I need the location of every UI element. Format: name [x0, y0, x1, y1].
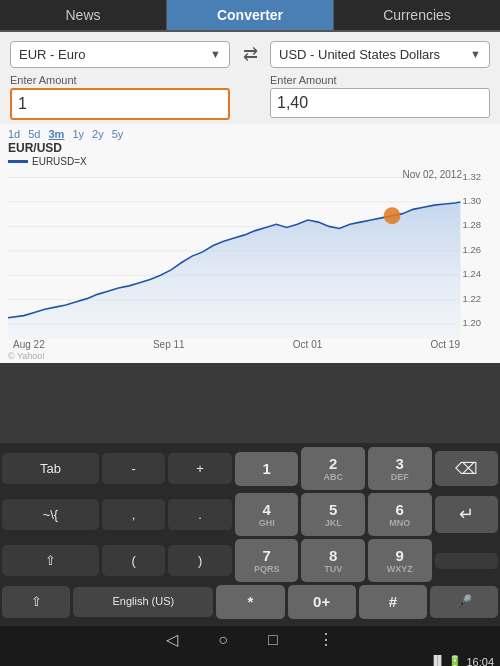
to-currency-label: USD - United States Dollars [279, 47, 440, 62]
amount-row: Enter Amount Enter Amount [10, 74, 490, 120]
tf-5d[interactable]: 5d [28, 128, 40, 140]
x-label-2: Sep 11 [153, 339, 185, 350]
back-button[interactable]: ◁ [166, 630, 178, 649]
key-7[interactable]: 7PQRS [235, 539, 299, 582]
kb-row-3: ⇧ ( ) 7PQRS 8TUV 9WXYZ [2, 539, 498, 582]
key-1[interactable]: 1 [235, 452, 299, 486]
to-amount-label: Enter Amount [270, 74, 490, 86]
to-amount-group: Enter Amount [270, 74, 490, 118]
key-tilde[interactable]: ~\{ [2, 499, 99, 531]
to-amount-input[interactable] [270, 88, 490, 118]
swap-icon[interactable]: ⇄ [236, 40, 264, 68]
kb-row-1: Tab - + 1 2ABC 3DEF ⌫ [2, 447, 498, 490]
from-amount-group: Enter Amount [10, 74, 230, 120]
key-minus[interactable]: - [102, 453, 166, 485]
key-rparen[interactable]: ) [168, 545, 232, 577]
key-enter[interactable]: ↵ [435, 496, 499, 534]
svg-text:1.32: 1.32 [463, 171, 481, 182]
chart-container: Nov 02, 2012 1.32 1.30 1.28 1.26 1.24 1.… [8, 169, 492, 339]
from-amount-label: Enter Amount [10, 74, 230, 86]
chart-timeframes: 1d 5d 3m 1y 2y 5y [8, 128, 492, 140]
home-button[interactable]: ○ [218, 631, 228, 649]
key-placeholder [435, 553, 499, 569]
key-tab[interactable]: Tab [2, 453, 99, 485]
svg-text:1.26: 1.26 [463, 244, 481, 255]
from-amount-input[interactable] [10, 88, 230, 120]
legend-label: EURUSD=X [32, 156, 87, 167]
key-language[interactable]: English (US) [73, 587, 213, 616]
tf-1d[interactable]: 1d [8, 128, 20, 140]
x-label-1: Aug 22 [13, 339, 45, 350]
tab-news[interactable]: News [0, 0, 167, 30]
key-4[interactable]: 4GHI [235, 493, 299, 536]
tab-converter[interactable]: Converter [167, 0, 334, 30]
key-9[interactable]: 9WXYZ [368, 539, 432, 582]
svg-text:1.24: 1.24 [463, 268, 481, 279]
yahoo-source: © Yahoo! [8, 351, 492, 361]
tf-5y[interactable]: 5y [112, 128, 124, 140]
status-bar: ▐▌ 🔋 16:04 [0, 653, 500, 666]
recents-button[interactable]: □ [268, 631, 278, 649]
key-period[interactable]: . [168, 499, 232, 531]
from-currency-label: EUR - Euro [19, 47, 85, 62]
svg-text:1.28: 1.28 [463, 219, 481, 230]
key-8[interactable]: 8TUV [301, 539, 365, 582]
key-3[interactable]: 3DEF [368, 447, 432, 490]
chart-pair: EUR/USD [8, 141, 492, 155]
key-lparen[interactable]: ( [102, 545, 166, 577]
svg-text:1.20: 1.20 [463, 317, 481, 328]
key-comma[interactable]: , [102, 499, 166, 531]
to-currency-select[interactable]: USD - United States Dollars ▼ [270, 41, 490, 68]
chart-svg: 1.32 1.30 1.28 1.26 1.24 1.22 1.20 [8, 169, 492, 339]
kb-row-2: ~\{ , . 4GHI 5JKL 6MNO ↵ [2, 493, 498, 536]
keyboard: Tab - + 1 2ABC 3DEF ⌫ ~\{ , . 4GHI 5JKL … [0, 443, 500, 626]
chart-xaxis: Aug 22 Sep 11 Oct 01 Oct 19 [8, 339, 460, 350]
key-mic[interactable]: 🎤 [430, 586, 498, 618]
chart-date: Nov 02, 2012 [403, 169, 463, 180]
svg-text:1.22: 1.22 [463, 293, 481, 304]
key-backspace[interactable]: ⌫ [435, 451, 499, 486]
tf-3m[interactable]: 3m [49, 128, 65, 140]
key-layout[interactable]: ⇧ [2, 586, 70, 618]
status-time: 16:04 [466, 656, 494, 667]
nav-bar: ◁ ○ □ ⋮ [0, 626, 500, 653]
chart-legend: EURUSD=X [8, 156, 492, 167]
kb-row-4: ⇧ English (US) * 0+ # 🎤 [2, 585, 498, 619]
from-currency-arrow: ▼ [210, 48, 221, 60]
tab-currencies[interactable]: Currencies [334, 0, 500, 30]
nav-tabs: News Converter Currencies [0, 0, 500, 32]
tf-1y[interactable]: 1y [72, 128, 84, 140]
status-icons: ▐▌ 🔋 [430, 655, 463, 666]
key-2[interactable]: 2ABC [301, 447, 365, 490]
key-5[interactable]: 5JKL [301, 493, 365, 536]
chart-area: 1d 5d 3m 1y 2y 5y EUR/USD EURUSD=X Nov 0… [0, 124, 500, 363]
key-plus[interactable]: + [168, 453, 232, 485]
key-hash[interactable]: # [359, 585, 427, 619]
svg-point-14 [384, 207, 401, 224]
key-0[interactable]: 0+ [288, 585, 356, 619]
key-6[interactable]: 6MNO [368, 493, 432, 536]
currency-row: EUR - Euro ▼ ⇄ USD - United States Dolla… [10, 40, 490, 68]
tf-2y[interactable]: 2y [92, 128, 104, 140]
x-label-3: Oct 01 [293, 339, 322, 350]
key-shift[interactable]: ⇧ [2, 545, 99, 577]
x-label-4: Oct 19 [431, 339, 460, 350]
to-currency-arrow: ▼ [470, 48, 481, 60]
gray-spacer [0, 363, 500, 443]
menu-button[interactable]: ⋮ [318, 630, 334, 649]
svg-text:1.30: 1.30 [463, 195, 481, 206]
legend-color [8, 160, 28, 163]
key-star[interactable]: * [216, 585, 284, 619]
from-currency-select[interactable]: EUR - Euro ▼ [10, 41, 230, 68]
converter-area: EUR - Euro ▼ ⇄ USD - United States Dolla… [0, 32, 500, 124]
